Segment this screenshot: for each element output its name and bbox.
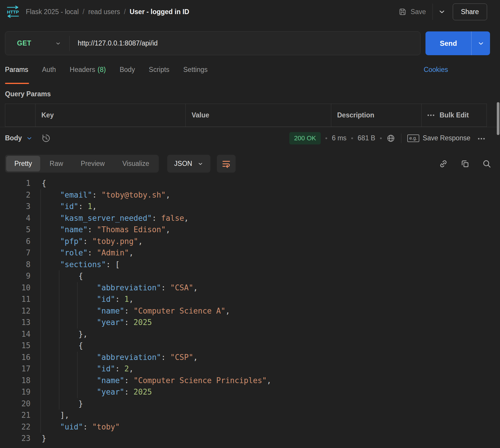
query-params-table: Key Value Description Bulk Edit xyxy=(5,104,487,127)
line-number: 15 xyxy=(0,340,31,352)
code-text: "abbreviation": "CSA", xyxy=(42,282,198,294)
line-number: 21 xyxy=(0,410,31,421)
scrollbar-thumb[interactable] xyxy=(497,102,499,135)
send-options-button[interactable] xyxy=(471,31,490,55)
code-line: 8 "sections": [ xyxy=(0,259,500,271)
tab-label: Params xyxy=(5,66,28,74)
response-body-dropdown[interactable]: Body xyxy=(5,134,33,142)
line-number: 20 xyxy=(0,398,31,410)
dot-separator xyxy=(380,137,382,139)
line-number: 22 xyxy=(0,421,31,433)
dot-separator xyxy=(351,137,353,139)
code-line: 13 "year": 2025 xyxy=(0,317,500,329)
text-wrap-icon xyxy=(221,159,231,169)
bulk-edit-cell: Bulk Edit xyxy=(421,104,487,127)
code-line: 19 "year": 2025 xyxy=(0,386,500,398)
view-tab-visualize[interactable]: Visualize xyxy=(114,156,158,171)
send-button[interactable]: Send xyxy=(425,31,471,55)
url-input[interactable] xyxy=(70,39,420,47)
method-label: GET xyxy=(17,39,31,47)
app-header: HTTP Flask 2025 - local / read users / U… xyxy=(0,0,500,23)
code-line: 6 "pfp": "toby.png", xyxy=(0,236,500,247)
save-response-button[interactable]: e.g. Save Response xyxy=(407,134,470,142)
line-number: 12 xyxy=(0,305,31,317)
breadcrumb-folder[interactable]: read users xyxy=(88,8,120,16)
search-button[interactable] xyxy=(482,159,491,169)
line-number: 7 xyxy=(0,247,31,259)
line-number: 6 xyxy=(0,236,31,247)
code-text: "abbreviation": "CSP", xyxy=(42,352,198,363)
code-text: "role": "Admin", xyxy=(42,247,134,259)
code-line: 4 "kasm_server_needed": false, xyxy=(0,213,500,224)
wrap-text-button[interactable] xyxy=(217,155,236,173)
save-response-label: Save Response xyxy=(423,134,470,142)
breadcrumb-separator: / xyxy=(82,8,84,16)
code-text: }, xyxy=(42,329,88,340)
tab-scripts[interactable]: Scripts xyxy=(149,66,169,74)
response-view-bar: Pretty Raw Preview Visualize JSON xyxy=(5,155,491,173)
network-info-button[interactable] xyxy=(386,134,395,143)
link-icon xyxy=(439,159,448,169)
send-split-button: Send xyxy=(425,31,490,55)
code-line: 9 { xyxy=(0,270,500,282)
response-history-button[interactable] xyxy=(41,134,51,143)
response-status-group: 200 OK 6 ms 681 B e.g. Save Response xyxy=(289,132,485,144)
code-line: 17 "id": 2, xyxy=(0,363,500,375)
copy-link-button[interactable] xyxy=(439,159,448,169)
line-number: 17 xyxy=(0,363,31,375)
globe-icon xyxy=(386,134,395,143)
cookies-link[interactable]: Cookies xyxy=(424,66,448,74)
save-icon xyxy=(398,7,407,16)
code-line: 10 "abbreviation": "CSA", xyxy=(0,282,500,294)
code-line: 3 "id": 1, xyxy=(0,201,500,213)
code-line: 22 "uid": "toby" xyxy=(0,421,500,433)
line-number: 5 xyxy=(0,224,31,236)
divider xyxy=(433,4,433,20)
code-line: 20 } xyxy=(0,398,500,410)
response-code: 1{2 "email": "toby@toby.sh",3 "id": 1,4 … xyxy=(0,178,500,444)
status-badge: 200 OK xyxy=(289,132,321,144)
response-more-options-button[interactable] xyxy=(478,136,485,140)
save-options-button[interactable] xyxy=(438,8,446,16)
tab-auth[interactable]: Auth xyxy=(42,66,56,74)
column-header-description: Description xyxy=(331,104,421,127)
tab-params[interactable]: Params xyxy=(5,66,28,74)
chevron-down-icon xyxy=(197,161,203,167)
tab-label: Body xyxy=(120,66,135,74)
response-panel-label: Body xyxy=(5,134,22,142)
method-selector[interactable]: GET xyxy=(5,32,69,55)
line-number: 13 xyxy=(0,317,31,329)
more-options-icon[interactable] xyxy=(428,114,434,116)
tab-settings[interactable]: Settings xyxy=(183,66,207,74)
tab-body[interactable]: Body xyxy=(120,66,135,74)
code-text: ], xyxy=(42,410,69,421)
view-tabs: Pretty Raw Preview Visualize xyxy=(5,155,159,173)
code-text: "id": 1, xyxy=(42,201,97,213)
tab-headers[interactable]: Headers (8) xyxy=(70,66,106,74)
view-tab-raw[interactable]: Raw xyxy=(41,156,71,171)
search-icon xyxy=(482,159,491,169)
response-size: 681 B xyxy=(358,134,375,142)
view-tab-preview[interactable]: Preview xyxy=(72,156,113,171)
code-text: } xyxy=(42,433,46,444)
chevron-down-icon xyxy=(55,41,61,46)
code-line: 18 "name": "Computer Science Principles"… xyxy=(0,375,500,387)
bulk-edit-button[interactable]: Bulk Edit xyxy=(440,111,469,119)
save-button[interactable]: Save xyxy=(398,7,426,16)
headers-count-badge: (8) xyxy=(98,66,106,74)
request-bar: GET Send xyxy=(5,31,490,55)
view-tab-pretty[interactable]: Pretty xyxy=(6,156,40,171)
code-line: 2 "email": "toby@toby.sh", xyxy=(0,189,500,201)
url-box: GET xyxy=(5,31,420,55)
code-text: "kasm_server_needed": false, xyxy=(42,213,189,224)
line-number: 18 xyxy=(0,375,31,387)
copy-button[interactable] xyxy=(460,159,470,169)
line-number: 8 xyxy=(0,259,31,271)
line-number: 4 xyxy=(0,213,31,224)
code-text: { xyxy=(42,340,83,352)
share-button[interactable]: Share xyxy=(453,4,487,20)
language-selector[interactable]: JSON xyxy=(167,155,210,173)
svg-text:HTTP: HTTP xyxy=(7,9,19,14)
code-text: "name": "Computer Science Principles", xyxy=(42,375,271,387)
breadcrumb-collection[interactable]: Flask 2025 - local xyxy=(26,8,79,16)
